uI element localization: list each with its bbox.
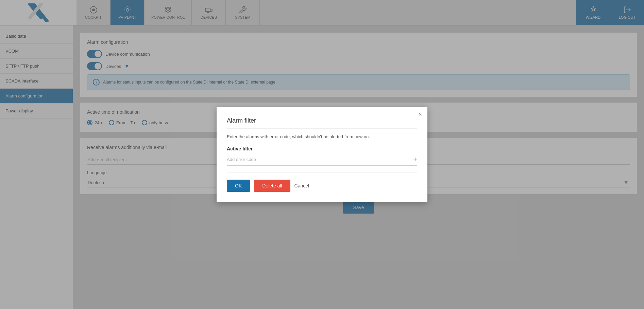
modal-description: Enter the alarms with error code, which … [227,134,417,139]
alarm-filter-modal: × Alarm filter Enter the alarms with err… [217,107,427,202]
error-code-input-row: + [227,156,417,166]
modal-divider [227,172,417,173]
modal-close-button[interactable]: × [418,111,422,118]
cancel-button[interactable]: Cancel [294,183,309,188]
active-filter-label: Active filter [227,146,417,151]
error-code-input[interactable] [227,157,413,162]
delete-all-button[interactable]: Delete all [254,180,290,192]
modal-title: Alarm filter [227,117,417,129]
modal-footer: OK Delete all Cancel [227,180,417,192]
add-error-code-button[interactable]: + [413,156,417,163]
modal-overlay: × Alarm filter Enter the alarms with err… [0,0,644,309]
ok-button[interactable]: OK [227,180,250,192]
